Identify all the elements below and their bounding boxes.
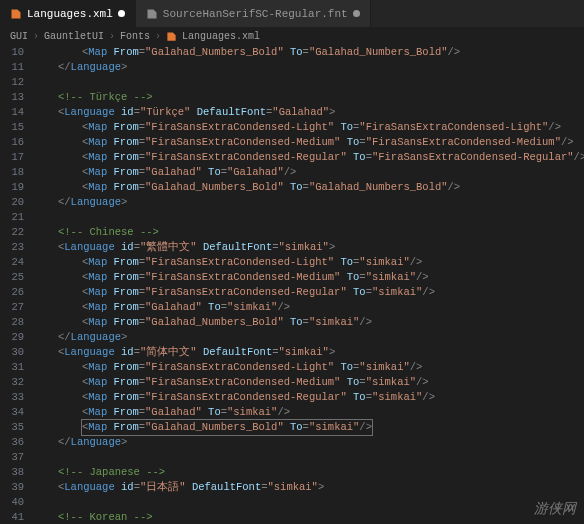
modified-dot-icon	[118, 10, 125, 17]
code-line[interactable]: <Map From="Galahad_Numbers_Bold" To="sim…	[34, 420, 584, 435]
code-line[interactable]	[34, 210, 584, 225]
code-line[interactable]: <Map From="Galahad_Numbers_Bold" To="sim…	[34, 315, 584, 330]
chevron-right-icon: ›	[33, 31, 39, 42]
code-line[interactable]: <Map From="FiraSansExtraCondensed-Regula…	[34, 150, 584, 165]
code-line[interactable]: <Map From="Galahad" To="Galahad"/>	[34, 165, 584, 180]
code-line[interactable]: <Language id="繁體中文" DefaultFont="simkai"…	[34, 240, 584, 255]
code-line[interactable]: <Map From="FiraSansExtraCondensed-Light"…	[34, 360, 584, 375]
code-line[interactable]: <Map From="Galahad_Numbers_Bold" To="Gal…	[34, 180, 584, 195]
code-line[interactable]: <Map From="Galahad" To="simkai"/>	[34, 300, 584, 315]
modified-dot-icon	[353, 10, 360, 17]
code-line[interactable]: <Map From="Galahad" To="simkai"/>	[34, 405, 584, 420]
code-line[interactable]: </Language>	[34, 435, 584, 450]
breadcrumb-segment[interactable]: GauntletUI	[44, 31, 104, 42]
code-line[interactable]: <Map From="FiraSansExtraCondensed-Light"…	[34, 120, 584, 135]
code-line[interactable]: </Language>	[34, 60, 584, 75]
code-line[interactable]: <Map From="FiraSansExtraCondensed-Light"…	[34, 255, 584, 270]
code-line[interactable]: <Map From="FiraSansExtraCondensed-Medium…	[34, 270, 584, 285]
xml-file-icon	[10, 8, 22, 20]
xml-file-icon	[166, 31, 177, 42]
code-line[interactable]: <Language id="简体中文" DefaultFont="simkai"…	[34, 345, 584, 360]
code-area[interactable]: <Map From="Galahad_Numbers_Bold" To="Gal…	[34, 45, 584, 521]
breadcrumb[interactable]: GUI › GauntletUI › Fonts › Languages.xml	[0, 28, 584, 45]
breadcrumb-segment[interactable]: Fonts	[120, 31, 150, 42]
line-number-gutter: 1011121314151617181920212223242526272829…	[0, 45, 34, 521]
tab-font-file[interactable]: SourceHanSerifSC-Regular.fnt	[136, 0, 371, 27]
tab-label: Languages.xml	[27, 8, 113, 20]
code-line[interactable]: <!-- Türkçe -->	[34, 90, 584, 105]
breadcrumb-segment[interactable]: Languages.xml	[182, 31, 260, 42]
code-line[interactable]	[34, 495, 584, 510]
code-line[interactable]: <!-- Chinese -->	[34, 225, 584, 240]
code-line[interactable]	[34, 75, 584, 90]
tab-label: SourceHanSerifSC-Regular.fnt	[163, 8, 348, 20]
code-line[interactable]	[34, 450, 584, 465]
code-line[interactable]: <Map From="FiraSansExtraCondensed-Regula…	[34, 390, 584, 405]
code-line[interactable]: <Map From="FiraSansExtraCondensed-Regula…	[34, 285, 584, 300]
code-line[interactable]: <!-- Japanese -->	[34, 465, 584, 480]
tab-languages-xml[interactable]: Languages.xml	[0, 0, 136, 27]
code-line[interactable]: </Language>	[34, 330, 584, 345]
code-line[interactable]: <!-- Korean -->	[34, 510, 584, 521]
code-line[interactable]: <Map From="FiraSansExtraCondensed-Medium…	[34, 135, 584, 150]
chevron-right-icon: ›	[109, 31, 115, 42]
code-line[interactable]: <Map From="FiraSansExtraCondensed-Medium…	[34, 375, 584, 390]
editor-tabs: Languages.xml SourceHanSerifSC-Regular.f…	[0, 0, 584, 28]
code-line[interactable]: <Language id="Türkçe" DefaultFont="Galah…	[34, 105, 584, 120]
code-line[interactable]: </Language>	[34, 195, 584, 210]
file-icon	[146, 8, 158, 20]
code-line[interactable]: <Language id="日本語" DefaultFont="simkai">	[34, 480, 584, 495]
breadcrumb-segment[interactable]: GUI	[10, 31, 28, 42]
watermark: 游侠网	[534, 500, 576, 518]
code-line[interactable]: <Map From="Galahad_Numbers_Bold" To="Gal…	[34, 45, 584, 60]
code-editor[interactable]: 1011121314151617181920212223242526272829…	[0, 45, 584, 521]
chevron-right-icon: ›	[155, 31, 161, 42]
